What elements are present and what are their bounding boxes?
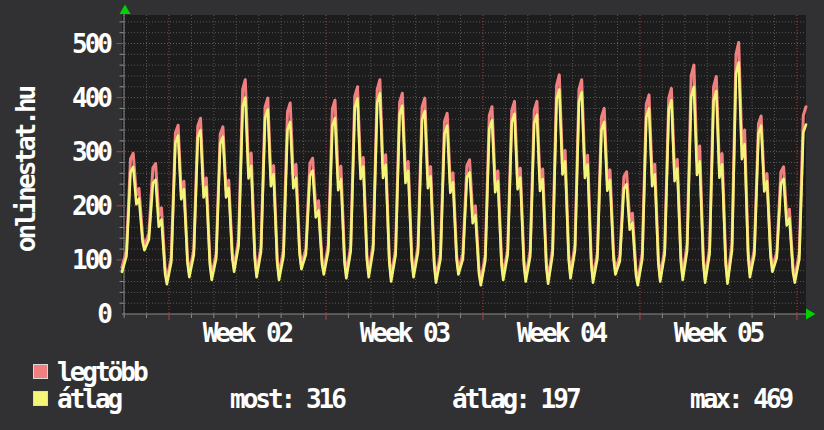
- stat-atlag: átlag: 197: [452, 386, 579, 412]
- week-label: Week 04: [481, 320, 641, 346]
- y-tick-label: 200: [26, 193, 110, 219]
- y-tick-label: 300: [26, 139, 110, 165]
- vertical-axis-title: onlinestat.hu: [13, 88, 39, 253]
- legend-label-legtobb: legtöbb: [57, 359, 146, 385]
- stat-max: max: 469: [690, 386, 791, 412]
- y-axis-arrow-icon: [120, 5, 131, 15]
- week-label: Week 02: [167, 320, 327, 346]
- y-tick-label: 0: [26, 301, 110, 327]
- week-label: Week 05: [638, 320, 798, 346]
- y-tick-label: 100: [26, 247, 110, 273]
- x-axis-arrow-icon: [806, 309, 816, 320]
- y-tick-label: 500: [26, 31, 110, 57]
- legend-label-atlag: átlag: [57, 386, 120, 412]
- legend-swatch-atlag: [33, 391, 48, 406]
- rrd-graph: onlinestat.hu 5004003002001000 Week 02We…: [0, 0, 824, 430]
- week-label: Week 03: [324, 320, 484, 346]
- stat-most: most: 316: [230, 386, 344, 412]
- y-tick-label: 400: [26, 85, 110, 111]
- legend-swatch-legtobb: [33, 364, 48, 379]
